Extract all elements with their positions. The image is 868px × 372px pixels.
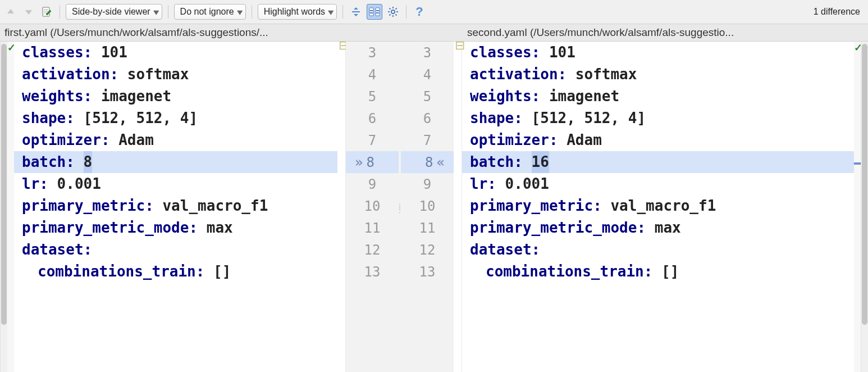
line-number[interactable]: 5 — [401, 85, 454, 107]
edit-source-button[interactable] — [39, 4, 54, 19]
code-line[interactable]: batch: 16 — [462, 151, 854, 173]
yaml-key: combinations_train: — [486, 261, 652, 283]
yaml-value: [512, 512, 4] — [75, 107, 198, 129]
toolbar-divider — [60, 5, 60, 19]
code-line[interactable]: combinations_train: [] — [462, 261, 854, 283]
yaml-key: shape: — [22, 107, 75, 129]
line-number[interactable]: 4 — [401, 63, 454, 85]
yaml-key: weights: — [470, 85, 540, 107]
left-fold-stripe[interactable]: ⊟ — [337, 42, 346, 372]
svg-rect-6 — [370, 12, 373, 13]
yaml-value: [] — [652, 261, 679, 283]
code-line[interactable]: lr: 0.001 — [462, 173, 854, 195]
code-line[interactable]: optimizer: Adam — [462, 129, 854, 151]
code-line[interactable]: classes: 101 — [14, 42, 337, 63]
yaml-value: val_macro_f1 — [154, 195, 268, 217]
code-line[interactable]: batch: 8 — [14, 151, 337, 173]
code-line[interactable]: shape: [512, 512, 4] — [14, 107, 337, 129]
diff-body: ✓ classes: 101activation: softmaxweights… — [0, 42, 868, 372]
yaml-value: imagenet — [92, 85, 171, 107]
code-line[interactable]: primary_metric: val_macro_f1 — [14, 195, 337, 217]
code-line[interactable]: classes: 101 — [462, 42, 854, 63]
right-code[interactable]: classes: 101activation: softmaxweights: … — [462, 42, 854, 372]
code-line[interactable]: primary_metric_mode: max — [14, 217, 337, 239]
apply-right-icon[interactable]: » — [355, 155, 363, 170]
help-button[interactable]: ? — [412, 4, 427, 19]
line-number[interactable]: 3 — [401, 42, 454, 63]
code-line[interactable]: shape: [512, 512, 4] — [462, 107, 854, 129]
code-line[interactable]: lr: 0.001 — [14, 173, 337, 195]
line-number[interactable]: 10 — [401, 195, 454, 217]
collapse-icon — [350, 6, 362, 17]
left-file-header[interactable]: first.yaml (/Users/munch/work/alsamf/als… — [0, 24, 463, 41]
yaml-key: primary_metric: — [22, 195, 154, 217]
gear-icon — [387, 6, 399, 17]
gutter-right[interactable]: 345678«910111213 — [401, 42, 454, 372]
line-number[interactable]: 9 — [346, 173, 399, 195]
code-line[interactable]: optimizer: Adam — [14, 129, 337, 151]
apply-left-icon[interactable]: « — [437, 155, 445, 170]
collapse-unchanged-button[interactable] — [349, 4, 363, 19]
yaml-value: 101 — [92, 42, 127, 63]
line-number[interactable]: 11 — [346, 217, 399, 239]
line-number[interactable]: 11 — [401, 217, 454, 239]
sync-scroll-icon — [368, 6, 381, 17]
line-number[interactable]: 7 — [401, 129, 454, 151]
line-number[interactable]: 10 — [346, 195, 399, 217]
line-number[interactable]: 12 — [401, 239, 454, 261]
line-number[interactable]: 13 — [401, 261, 454, 283]
yaml-key: lr: — [22, 173, 48, 195]
svg-rect-1 — [352, 11, 360, 12]
toolbar: Side-by-side viewer ▾ Do not ignore ▾ Hi… — [0, 0, 868, 24]
gutter-left[interactable]: 34567»8910111213 — [346, 42, 399, 372]
line-number[interactable]: 3 — [346, 42, 399, 63]
line-number[interactable]: 9 — [401, 173, 454, 195]
next-diff-button[interactable] — [21, 4, 36, 19]
viewer-mode-dropdown[interactable]: Side-by-side viewer ▾ — [66, 4, 162, 20]
prev-diff-button[interactable] — [3, 4, 18, 19]
line-number[interactable]: 6 — [401, 107, 454, 129]
right-scrollbar[interactable] — [861, 42, 868, 372]
code-line[interactable]: dataset: — [14, 239, 337, 261]
code-line[interactable]: weights: imagenet — [14, 85, 337, 107]
left-marker-stripe[interactable]: ✓ — [7, 42, 14, 372]
line-number[interactable]: 4 — [346, 63, 399, 85]
code-line[interactable]: primary_metric_mode: max — [462, 217, 854, 239]
viewer-mode-label: Side-by-side viewer — [72, 7, 150, 17]
yaml-key: dataset: — [470, 239, 540, 261]
toolbar-divider — [342, 5, 343, 19]
code-line[interactable]: dataset: — [462, 239, 854, 261]
line-number[interactable]: 5 — [346, 85, 399, 107]
ignore-mode-label: Do not ignore — [180, 7, 234, 17]
right-marker-stripe[interactable]: ✓ — [854, 42, 861, 372]
chevron-down-icon: ▾ — [328, 7, 334, 17]
code-line[interactable]: combinations_train: [] — [14, 261, 337, 283]
left-scrollbar[interactable] — [0, 42, 7, 372]
arrow-up-icon — [6, 7, 16, 17]
code-line[interactable]: activation: softmax — [462, 63, 854, 85]
line-number[interactable]: 6 — [346, 107, 399, 129]
line-number[interactable]: 13 — [346, 261, 399, 283]
settings-button[interactable] — [386, 4, 400, 19]
code-line[interactable]: activation: softmax — [14, 63, 337, 85]
right-fold-stripe[interactable]: ⊟ — [454, 42, 462, 372]
right-file-header[interactable]: second.yaml (/Users/munch/work/alsamf/al… — [463, 24, 868, 41]
right-file-path: second.yaml (/Users/munch/work/alsamf/al… — [467, 26, 734, 39]
line-number[interactable]: 12 — [346, 239, 399, 261]
line-number[interactable]: »8 — [346, 151, 399, 173]
sync-scroll-button[interactable] — [367, 4, 382, 20]
yaml-key: primary_metric_mode: — [22, 217, 198, 239]
code-line[interactable]: primary_metric: val_macro_f1 — [462, 195, 854, 217]
toolbar-divider — [168, 5, 168, 19]
yaml-value: max — [198, 217, 233, 239]
highlight-mode-dropdown[interactable]: Highlight words ▾ — [258, 4, 337, 20]
code-line[interactable]: weights: imagenet — [462, 85, 854, 107]
svg-rect-5 — [376, 10, 379, 11]
line-number[interactable]: 8« — [401, 151, 454, 173]
left-code[interactable]: classes: 101activation: softmaxweights: … — [14, 42, 337, 372]
line-number[interactable]: 7 — [346, 129, 399, 151]
yaml-value: 101 — [540, 42, 575, 63]
yaml-value: softmax — [567, 63, 637, 85]
check-icon: ✓ — [854, 42, 861, 54]
ignore-mode-dropdown[interactable]: Do not ignore ▾ — [174, 4, 246, 20]
